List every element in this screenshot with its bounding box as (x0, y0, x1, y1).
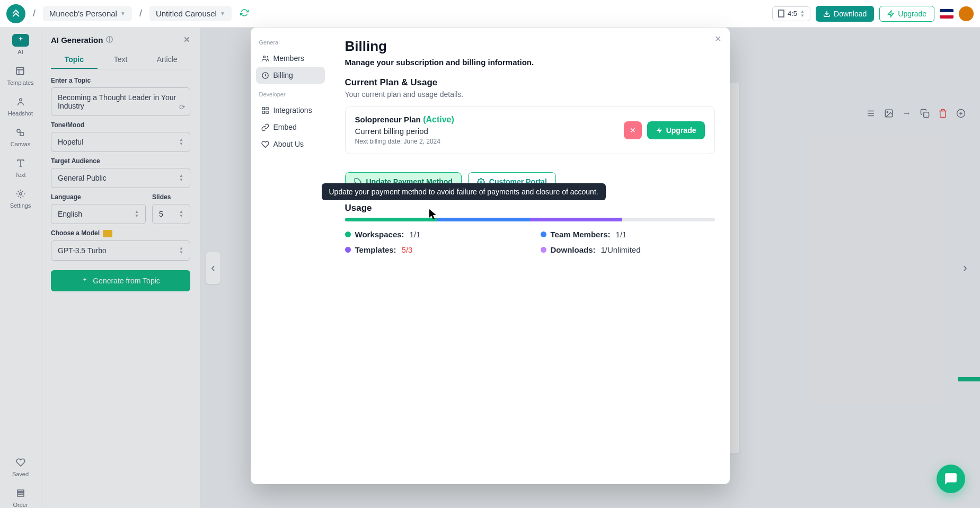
dot-icon (541, 247, 546, 253)
aspect-icon (778, 10, 784, 17)
dot-icon (345, 231, 351, 237)
app-logo[interactable] (6, 4, 25, 23)
payment-tooltip: Update your payment method to avoid fail… (322, 183, 606, 200)
nav-members[interactable]: Members (256, 50, 325, 67)
nav-integrations[interactable]: Integrations (256, 102, 325, 119)
upgrade-button[interactable]: Upgrade (879, 6, 934, 22)
download-button[interactable]: Download (816, 6, 874, 22)
modal-title: Billing (345, 38, 715, 55)
settings-modal: General Members Billing Developer Integr… (251, 28, 730, 484)
document-crumb[interactable]: Untitled Carousel ▼ (149, 6, 232, 21)
modal-nav: General Members Billing Developer Integr… (251, 28, 330, 484)
modal-body: ✕ Billing Manage your subscription and b… (330, 28, 730, 484)
plan-name: Solopreneur Plan (355, 115, 421, 124)
sync-icon (240, 8, 249, 19)
nav-embed[interactable]: Embed (256, 119, 325, 136)
nav-label: Billing (273, 71, 293, 79)
upgrade-label: Upgrade (898, 10, 926, 18)
svg-point-12 (263, 56, 265, 58)
usage-workspaces: Workspaces: 1/1 (345, 230, 519, 239)
dot-icon (541, 231, 546, 237)
next-billing: Next billing date: June 2, 2024 (355, 138, 454, 145)
chevron-updown-icon: ▲▼ (800, 10, 805, 18)
nav-label: Integrations (273, 106, 312, 114)
svg-rect-14 (262, 107, 264, 109)
nav-section-general: General (259, 39, 322, 46)
chat-fab[interactable] (937, 465, 965, 493)
nav-section-developer: Developer (259, 91, 322, 97)
billing-period: Current billing period (355, 127, 454, 136)
usage-title: Usage (345, 203, 715, 213)
cancel-plan-button[interactable]: ✕ (624, 121, 642, 139)
upgrade-label: Upgrade (666, 126, 696, 135)
user-avatar[interactable] (959, 6, 974, 21)
plan-status: (Active) (423, 115, 454, 124)
modal-subtitle: Manage your subscription and billing inf… (345, 58, 715, 67)
svg-rect-17 (266, 111, 268, 113)
top-bar: / Muneeb's Personal ▼ / Untitled Carouse… (0, 0, 980, 28)
nav-about[interactable]: About Us (256, 136, 325, 153)
language-flag-uk[interactable] (940, 9, 953, 19)
section-plan-title: Current Plan & Usage (345, 77, 715, 88)
nav-label: Embed (273, 123, 297, 131)
breadcrumb-sep: / (33, 8, 36, 19)
workspace-name: Muneeb's Personal (49, 9, 117, 18)
cursor-icon (429, 209, 438, 222)
download-label: Download (834, 10, 867, 18)
chevron-down-icon: ▼ (120, 11, 126, 16)
section-plan-desc: Your current plan and usage details. (345, 90, 715, 99)
nav-label: Members (273, 54, 304, 63)
dot-icon (345, 247, 351, 253)
nav-billing[interactable]: Billing (256, 67, 325, 84)
upgrade-plan-button[interactable]: Upgrade (647, 121, 705, 139)
svg-point-19 (480, 181, 482, 183)
chevron-down-icon: ▼ (220, 11, 225, 16)
workspace-crumb[interactable]: Muneeb's Personal ▼ (43, 6, 132, 21)
nav-label: About Us (273, 140, 304, 148)
close-icon[interactable]: ✕ (714, 34, 721, 44)
document-name: Untitled Carousel (156, 9, 217, 18)
svg-rect-16 (262, 111, 264, 113)
usage-progress-bar (345, 218, 715, 221)
usage-grid: Workspaces: 1/1 Team Members: 1/1 Templa… (345, 230, 715, 254)
usage-team: Team Members: 1/1 (541, 230, 715, 239)
modal-overlay[interactable]: General Members Billing Developer Integr… (0, 28, 980, 508)
svg-rect-15 (266, 107, 268, 109)
aspect-ratio-select[interactable]: 4:5 ▲▼ (772, 6, 810, 21)
usage-downloads: Downloads: 1/Unlimited (541, 245, 715, 254)
plan-card: Solopreneur Plan (Active) Current billin… (345, 106, 715, 154)
aspect-value: 4:5 (788, 10, 797, 17)
usage-templates: Templates: 5/3 (345, 245, 519, 254)
breadcrumb-sep: / (139, 8, 142, 19)
